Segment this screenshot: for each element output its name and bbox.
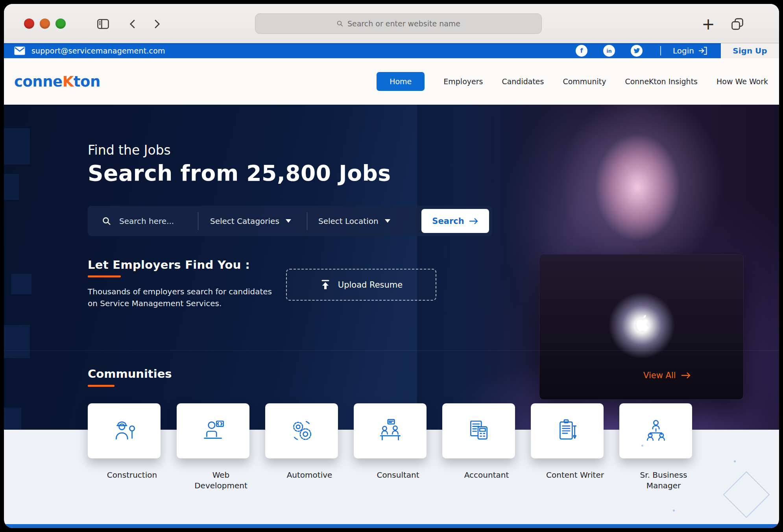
nav-item-employers[interactable]: Employers — [443, 77, 483, 86]
community-label: Construction — [88, 470, 176, 480]
community-card-sr-business-manager[interactable] — [619, 403, 692, 458]
signup-link[interactable]: Sign Up — [721, 43, 779, 58]
nav-item-candidates[interactable]: Candidates — [502, 77, 544, 86]
automotive-gears-icon — [289, 418, 315, 444]
web-development-icon — [200, 418, 226, 444]
org-chart-icon — [643, 418, 669, 444]
logo[interactable]: conneKton — [14, 73, 100, 90]
view-all-link[interactable]: View All — [643, 371, 691, 380]
accountant-calculator-icon — [466, 418, 492, 444]
community-card-web-development[interactable] — [177, 403, 249, 458]
tab-overview-icon[interactable] — [729, 16, 745, 32]
hero-title: Search from 25,800 Jobs — [88, 161, 391, 186]
nav-item-community[interactable]: Community — [563, 77, 606, 86]
upload-icon — [320, 279, 331, 290]
main-navigation: conneKton Home Employers Candidates Comm… — [4, 58, 779, 105]
nav-item-connekton-insights[interactable]: ConneKton Insights — [625, 77, 698, 86]
arrow-right-icon — [681, 372, 691, 379]
envelope-icon — [14, 46, 25, 55]
utility-bar-blue: support@servicemanagement.com f in Login — [4, 43, 721, 58]
community-card-automotive[interactable] — [265, 403, 338, 458]
community-card-consultant[interactable] — [354, 403, 427, 458]
next-section-edge — [4, 524, 779, 528]
job-search-form: Search here... Select Catagories Select … — [88, 206, 492, 236]
community-card-construction[interactable] — [88, 403, 161, 458]
hero-section: Find the Jobs Search from 25,800 Jobs Se… — [4, 105, 779, 430]
consultant-icon — [377, 418, 403, 444]
browser-window: Search or enter website name + support@s… — [4, 4, 779, 528]
login-link[interactable]: Login — [673, 43, 707, 58]
community-card-content-writer[interactable] — [531, 403, 604, 458]
accent-underline — [88, 275, 121, 277]
new-tab-button[interactable]: + — [700, 15, 717, 33]
community-label: Web Development — [177, 470, 265, 491]
chevron-down-icon — [385, 219, 390, 223]
upload-resume-button[interactable]: Upload Resume — [286, 269, 436, 301]
close-window-button[interactable] — [24, 18, 34, 29]
community-label: Accountant — [442, 470, 531, 480]
community-label: Consultant — [354, 470, 442, 480]
category-dropdown[interactable]: Select Catagories — [198, 206, 307, 236]
zoom-window-button[interactable] — [55, 18, 66, 29]
community-label: Automotive — [265, 470, 354, 480]
forward-button[interactable] — [149, 16, 164, 32]
keyword-field[interactable]: Search here... — [88, 206, 198, 236]
community-label: Content Writer — [531, 470, 619, 480]
construction-worker-icon — [111, 418, 137, 444]
community-label: Sr. Business Manager — [619, 470, 708, 491]
decorative-diamond — [723, 471, 770, 518]
nav-item-home[interactable]: Home — [377, 72, 425, 91]
communities-heading: Communities — [88, 367, 172, 381]
hero-kicker: Find the Jobs — [88, 142, 171, 158]
sidebar-toggle-icon[interactable] — [95, 16, 111, 32]
employers-paragraph: Thousands of employers search for candid… — [88, 286, 272, 309]
chevron-down-icon — [286, 219, 291, 223]
twitter-icon[interactable] — [631, 45, 643, 57]
search-icon — [336, 20, 343, 27]
browser-chrome: Search or enter website name + — [4, 4, 779, 43]
divider — [660, 46, 661, 55]
utility-bar: support@servicemanagement.com f in Login… — [4, 43, 779, 58]
address-placeholder: Search or enter website name — [347, 19, 460, 28]
location-dropdown[interactable]: Select Location — [307, 206, 390, 236]
hero-photo-woman-laptop — [417, 105, 779, 430]
arrow-right-icon — [469, 218, 478, 225]
linkedin-icon[interactable]: in — [603, 45, 615, 57]
community-card-accountant[interactable] — [442, 403, 515, 458]
back-button[interactable] — [125, 16, 141, 32]
nav-item-how-we-work[interactable]: How We Work — [717, 77, 768, 86]
search-button[interactable]: Search — [421, 209, 489, 233]
nav-items: Home Employers Candidates Community Conn… — [377, 72, 768, 91]
accent-underline — [88, 385, 114, 387]
login-icon — [698, 46, 707, 55]
keyword-placeholder: Search here... — [119, 216, 174, 226]
support-email-link[interactable]: support@servicemanagement.com — [31, 46, 165, 55]
content-writer-icon — [554, 418, 580, 444]
minimize-window-button[interactable] — [40, 18, 50, 29]
employers-heading: Let Employers Find You : — [88, 258, 250, 272]
search-icon — [102, 216, 111, 226]
laptop-image — [539, 254, 744, 400]
facebook-icon[interactable]: f — [576, 45, 587, 57]
address-bar[interactable]: Search or enter website name — [255, 13, 542, 34]
apple-logo-icon — [633, 314, 651, 335]
